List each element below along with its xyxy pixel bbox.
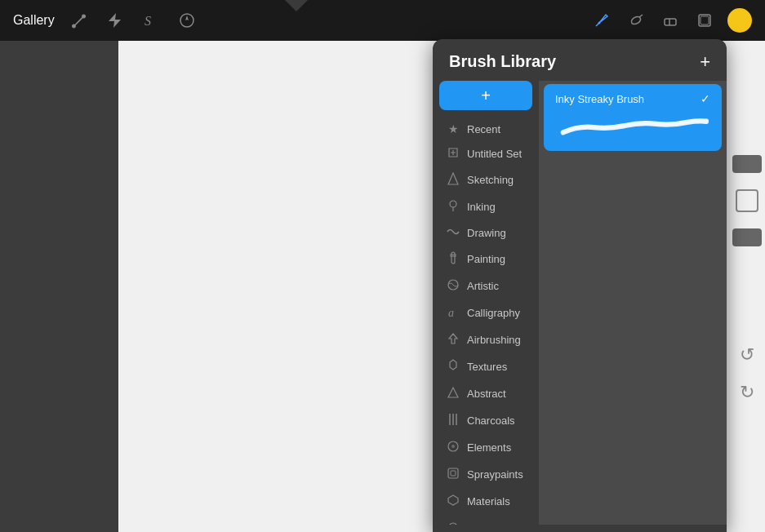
category-drawing[interactable]: Drawing: [436, 220, 536, 246]
lightning-icon[interactable]: [104, 9, 127, 32]
svg-rect-24: [448, 468, 458, 478]
brush-item-name: Inky Streaky Brush: [555, 93, 644, 105]
category-untitled-set[interactable]: Untitled Set: [436, 141, 536, 166]
category-artistic[interactable]: Artistic: [436, 273, 536, 299]
recent-icon: ★: [446, 122, 460, 135]
category-sketching-label: Sketching: [467, 174, 514, 186]
svg-point-11: [450, 201, 456, 207]
vintage-icon: [446, 521, 460, 525]
drawing-icon: [446, 226, 460, 240]
category-untitled-set-label: Untitled Set: [467, 148, 522, 160]
brush-list: Inky Streaky Brush ✓: [539, 81, 727, 525]
category-drawing-label: Drawing: [467, 227, 506, 239]
charcoals-icon: [446, 413, 460, 428]
brush-library-header: Brush Library +: [433, 39, 727, 81]
category-vintage[interactable]: Vintage: [436, 515, 536, 525]
calligraphy-icon: a: [446, 305, 460, 321]
category-spraypaints[interactable]: Spraypaints: [436, 461, 536, 488]
redo-icon[interactable]: ↻: [740, 382, 754, 403]
category-textures[interactable]: Textures: [436, 353, 536, 380]
svg-rect-9: [701, 16, 709, 24]
materials-icon: [446, 494, 460, 509]
svg-marker-17: [449, 334, 457, 344]
category-painting-label: Painting: [467, 253, 505, 265]
category-calligraphy-label: Calligraphy: [467, 307, 520, 319]
smudge-tool-icon[interactable]: [625, 9, 647, 32]
svg-text:a: a: [448, 307, 454, 318]
category-airbrushing-label: Airbrushing: [467, 334, 521, 346]
textures-icon: [446, 359, 460, 375]
artistic-icon: [446, 278, 460, 294]
navigator-icon[interactable]: [176, 9, 198, 32]
eraser-tool-icon[interactable]: [659, 9, 682, 32]
category-charcoals[interactable]: Charcoals: [436, 407, 536, 434]
category-abstract-label: Abstract: [467, 388, 506, 400]
svg-rect-14: [450, 254, 456, 257]
brush-preview: [555, 109, 710, 143]
svg-marker-2: [185, 16, 189, 20]
category-inking[interactable]: Inking: [436, 193, 536, 220]
svg-rect-6: [665, 19, 676, 25]
toolbar-right: [590, 8, 752, 33]
painting-icon: [446, 251, 460, 267]
category-vintage-label: Vintage: [467, 522, 503, 525]
category-materials-label: Materials: [467, 495, 510, 508]
toolbar: Gallery S: [0, 0, 765, 41]
airbrushing-icon: [446, 332, 460, 348]
brush-library-panel: Brush Library + + ★ Recent Untitled Set: [433, 39, 727, 532]
category-recent-label: Recent: [467, 123, 500, 135]
brush-library-body: + ★ Recent Untitled Set Sketching: [433, 81, 727, 525]
avatar[interactable]: [727, 8, 752, 33]
category-recent[interactable]: ★ Recent: [436, 117, 536, 141]
size-slider-2[interactable]: [732, 228, 762, 246]
category-artistic-label: Artistic: [467, 280, 499, 292]
pen-tool-icon[interactable]: [590, 9, 613, 32]
inking-icon: [446, 199, 460, 215]
opacity-toggle[interactable]: [736, 189, 758, 212]
brush-library-title: Brush Library: [449, 52, 556, 71]
new-brush-button[interactable]: +: [439, 81, 532, 110]
panel-pointer: [285, 0, 308, 11]
right-tools: ↺ ↻: [728, 41, 765, 532]
svg-text:S: S: [145, 14, 151, 28]
layers-icon[interactable]: [693, 9, 716, 32]
category-spraypaints-label: Spraypaints: [467, 468, 523, 481]
svg-marker-10: [448, 173, 458, 184]
svg-rect-25: [451, 471, 456, 476]
category-calligraphy[interactable]: a Calligraphy: [436, 299, 536, 326]
elements-icon: [446, 440, 460, 455]
svg-marker-18: [448, 388, 458, 397]
category-abstract[interactable]: Abstract: [436, 380, 536, 407]
gallery-button[interactable]: Gallery: [13, 13, 55, 28]
spraypaints-icon: [446, 467, 460, 482]
svg-point-3: [598, 22, 601, 24]
add-brush-button[interactable]: +: [700, 53, 710, 71]
svg-line-5: [639, 15, 643, 17]
undo-icon[interactable]: ↺: [740, 344, 754, 366]
category-airbrushing[interactable]: Airbrushing: [436, 326, 536, 353]
brush-categories-sidebar: + ★ Recent Untitled Set Sketching: [433, 81, 539, 525]
brush-item-inky-streaky[interactable]: Inky Streaky Brush ✓: [544, 84, 722, 151]
sketching-icon: [446, 172, 460, 188]
category-inking-label: Inking: [467, 201, 496, 213]
svg-point-23: [451, 445, 455, 448]
untitled-set-icon: [446, 147, 460, 161]
sketch-s-icon[interactable]: S: [140, 9, 162, 32]
category-elements-label: Elements: [467, 441, 511, 454]
category-elements[interactable]: Elements: [436, 434, 536, 461]
size-slider-1[interactable]: [732, 155, 762, 173]
category-charcoals-label: Charcoals: [467, 415, 515, 427]
category-textures-label: Textures: [467, 361, 507, 373]
wrench-icon[interactable]: [68, 9, 91, 32]
brush-item-header: Inky Streaky Brush ✓: [555, 92, 710, 105]
plus-icon: +: [481, 86, 491, 105]
category-sketching[interactable]: Sketching: [436, 166, 536, 193]
brush-selected-check: ✓: [701, 92, 710, 105]
toolbar-left: Gallery S: [13, 9, 198, 32]
category-painting[interactable]: Painting: [436, 246, 536, 273]
abstract-icon: [446, 386, 460, 401]
category-materials[interactable]: Materials: [436, 488, 536, 515]
